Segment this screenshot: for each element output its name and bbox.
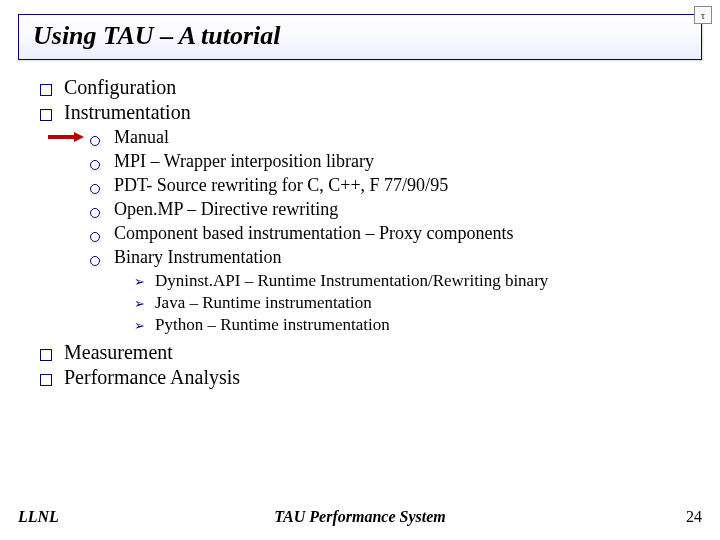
slide-title: Using TAU – A tutorial: [33, 21, 687, 51]
subbullet-component: Component based instrumentation – Proxy …: [90, 223, 720, 244]
bullet-text: Dyninst.API – Runtime Instrumentation/Re…: [155, 271, 548, 291]
bullet-measurement: Measurement: [40, 341, 720, 364]
circle-bullet-icon: [90, 160, 100, 170]
bullet-text: Component based instrumentation – Proxy …: [114, 223, 513, 244]
title-bar: Using TAU – A tutorial: [18, 14, 702, 60]
circle-bullet-icon: [90, 256, 100, 266]
bullet-text: Java – Runtime instrumentation: [155, 293, 372, 313]
circle-bullet-icon: [90, 208, 100, 218]
chevron-bullet-icon: ➢: [134, 318, 145, 334]
bullet-text: Python – Runtime instrumentation: [155, 315, 390, 335]
subsub-dyninst: ➢ Dyninst.API – Runtime Instrumentation/…: [134, 271, 720, 291]
bullet-text: PDT- Source rewriting for C, C++, F 77/9…: [114, 175, 448, 196]
bullet-text: MPI – Wrapper interposition library: [114, 151, 374, 172]
bullet-text: Measurement: [64, 341, 173, 364]
circle-bullet-icon: [90, 184, 100, 194]
circle-bullet-icon: [90, 136, 100, 146]
binary-sublist: ➢ Dyninst.API – Runtime Instrumentation/…: [90, 271, 720, 335]
square-bullet-icon: [40, 349, 52, 361]
chevron-bullet-icon: ➢: [134, 296, 145, 312]
bullet-text: Open.MP – Directive rewriting: [114, 199, 338, 220]
bullet-text: Performance Analysis: [64, 366, 240, 389]
bullet-text: Configuration: [64, 76, 176, 99]
bullet-text: Instrumentation: [64, 101, 191, 124]
subbullet-openmp: Open.MP – Directive rewriting: [90, 199, 720, 220]
instrumentation-sublist: Manual MPI – Wrapper interposition libra…: [40, 127, 720, 335]
page-number: 24: [686, 508, 702, 526]
chevron-bullet-icon: ➢: [134, 274, 145, 290]
square-bullet-icon: [40, 374, 52, 386]
square-bullet-icon: [40, 109, 52, 121]
bullet-performance-analysis: Performance Analysis: [40, 366, 720, 389]
footer-org: LLNL: [18, 508, 59, 526]
tau-logo: τ: [694, 6, 712, 24]
bullet-text: Manual: [114, 127, 169, 148]
red-arrow-icon: [48, 133, 86, 141]
slide-body: Configuration Instrumentation Manual MPI…: [0, 60, 720, 389]
bullet-configuration: Configuration: [40, 76, 720, 99]
slide-footer: LLNL TAU Performance System 24: [0, 508, 720, 526]
subbullet-manual: Manual: [90, 127, 720, 148]
footer-title: TAU Performance System: [274, 508, 446, 526]
subsub-java: ➢ Java – Runtime instrumentation: [134, 293, 720, 313]
subbullet-binary: Binary Instrumentation: [90, 247, 720, 268]
square-bullet-icon: [40, 84, 52, 96]
subbullet-pdt: PDT- Source rewriting for C, C++, F 77/9…: [90, 175, 720, 196]
subbullet-mpi: MPI – Wrapper interposition library: [90, 151, 720, 172]
bullet-instrumentation: Instrumentation: [40, 101, 720, 124]
circle-bullet-icon: [90, 232, 100, 242]
bullet-text: Binary Instrumentation: [114, 247, 281, 268]
subsub-python: ➢ Python – Runtime instrumentation: [134, 315, 720, 335]
